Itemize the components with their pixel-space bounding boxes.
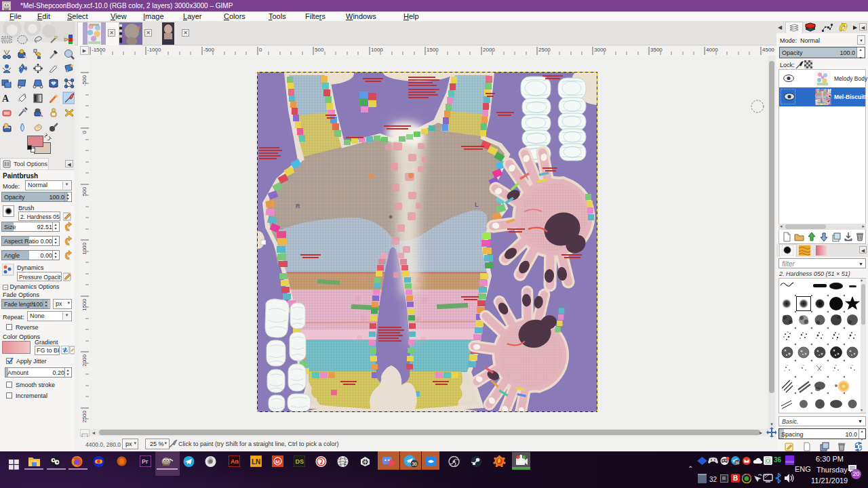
- svg-text:An: An: [231, 458, 239, 465]
- svg-text:500: 500: [315, 47, 324, 53]
- svg-text:1500: 1500: [427, 47, 439, 53]
- svg-text:2500: 2500: [81, 410, 87, 422]
- svg-text:2000: 2000: [81, 354, 87, 366]
- svg-text:c: c: [344, 461, 347, 466]
- svg-text:36: 36: [412, 462, 417, 466]
- svg-text:-500: -500: [203, 47, 215, 53]
- svg-text:36: 36: [735, 461, 739, 465]
- svg-text:1500: 1500: [81, 298, 87, 310]
- svg-text:LN: LN: [252, 458, 260, 466]
- svg-text:2500: 2500: [538, 47, 551, 53]
- svg-text:0: 0: [81, 130, 87, 134]
- svg-text:-1000: -1000: [147, 47, 161, 53]
- svg-text:1000: 1000: [371, 47, 383, 53]
- svg-text:0: 0: [259, 47, 262, 53]
- svg-text:-1500: -1500: [92, 47, 106, 53]
- svg-text:3500: 3500: [650, 47, 663, 53]
- svg-text:4000: 4000: [706, 47, 718, 53]
- svg-text:Pr: Pr: [142, 458, 149, 465]
- svg-text:3000: 3000: [594, 47, 606, 53]
- svg-text:M: M: [275, 459, 280, 465]
- svg-text:DS: DS: [296, 458, 304, 465]
- svg-text:A: A: [2, 94, 9, 104]
- svg-text:500: 500: [81, 186, 87, 196]
- svg-text:2000: 2000: [483, 47, 495, 53]
- svg-text:1000: 1000: [81, 242, 87, 254]
- svg-text:4500: 4500: [762, 47, 774, 53]
- svg-text:-500: -500: [81, 75, 87, 86]
